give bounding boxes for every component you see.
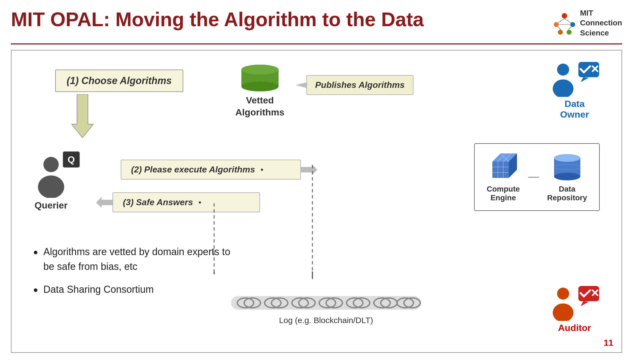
- svg-point-24: [38, 175, 64, 198]
- data-repo-item: DataRepository: [547, 152, 587, 202]
- svg-marker-26: [96, 197, 113, 208]
- svg-marker-21: [72, 94, 93, 138]
- vetted-label: VettedAlgorithms: [235, 94, 284, 118]
- auditor-badge-icon: [578, 285, 600, 307]
- auditor-area: Auditor: [549, 285, 600, 333]
- data-repo-icon: [552, 152, 582, 182]
- svg-point-41: [554, 173, 580, 180]
- svg-point-16: [553, 79, 573, 97]
- execute-right-arrow-icon: [301, 164, 317, 175]
- compute-engine-item: ComputeEngine: [487, 152, 520, 202]
- svg-line-6: [564, 19, 571, 23]
- page-title: MIT OPAL: Moving the Algorithm to the Da…: [11, 8, 424, 31]
- header-divider: [11, 43, 622, 44]
- svg-point-12: [241, 82, 279, 91]
- compute-data-box: ComputeEngine DataRepository: [474, 143, 600, 211]
- svg-point-0: [562, 13, 567, 19]
- bullet-dot-2: •: [33, 282, 38, 298]
- svg-marker-25: [301, 164, 317, 175]
- safe-left-arrow-icon: [96, 197, 113, 208]
- blockchain-area: Log (e.g. Blockchain/DLT): [230, 293, 422, 325]
- choose-algorithms-box: (1) Choose Algorithms: [55, 70, 183, 92]
- bullet-text-1: Algorithms are vetted by domain experts …: [43, 244, 235, 274]
- data-owner-label: DataOwner: [560, 99, 589, 120]
- slide-content: (1) Choose Algorithms VettedAlgorithms P…: [11, 50, 622, 353]
- choose-label: (1) Choose Algorithms: [55, 70, 183, 92]
- data-owner-person-icon: [549, 61, 577, 97]
- svg-marker-47: [312, 271, 313, 280]
- slide-number: 11: [604, 338, 613, 348]
- svg-line-7: [558, 26, 561, 30]
- data-owner-area: DataOwner: [549, 61, 600, 120]
- bullet-dot-1: •: [33, 244, 38, 260]
- publishes-label: Publishes Algorithms: [306, 75, 413, 95]
- svg-marker-14: [295, 82, 306, 88]
- data-repo-label: DataRepository: [547, 185, 587, 202]
- auditor-label: Auditor: [558, 323, 591, 333]
- svg-point-23: [43, 157, 59, 172]
- svg-point-63: [557, 288, 569, 300]
- compute-data-row: ComputeEngine DataRepository: [487, 152, 587, 202]
- auditor-person-icon: [549, 285, 577, 321]
- svg-point-42: [554, 154, 580, 162]
- execute-label: (2) Please execute Algorithms: [131, 165, 255, 175]
- svg-point-3: [558, 30, 563, 35]
- compute-label: ComputeEngine: [487, 185, 520, 202]
- querier-label: Querier: [35, 200, 68, 211]
- safe-label: (3) Safe Answers: [123, 197, 193, 207]
- svg-line-5: [558, 19, 564, 23]
- down-arrow-icon: [72, 94, 93, 138]
- bullet-item-1: • Algorithms are vetted by domain expert…: [33, 244, 235, 274]
- svg-point-64: [553, 303, 573, 321]
- svg-point-13: [241, 65, 279, 74]
- publishes-arrow-left-icon: [295, 80, 306, 91]
- vetted-cylinder-icon: [241, 64, 279, 91]
- svg-marker-66: [581, 301, 589, 306]
- vetted-algorithms-area: VettedAlgorithms: [235, 64, 284, 118]
- svg-point-15: [557, 64, 569, 76]
- bullets-section: • Algorithms are vetted by domain expert…: [33, 244, 235, 306]
- bullet-item-2: • Data Sharing Consortium: [33, 282, 235, 298]
- svg-line-8: [568, 26, 571, 30]
- safe-arrow-area: (3) Safe Answers •: [96, 192, 260, 212]
- logo-text: MIT Connection Science: [580, 8, 622, 38]
- svg-point-4: [567, 30, 572, 35]
- svg-rect-27: [492, 162, 509, 178]
- dashed-line-right: [312, 165, 313, 280]
- blockchain-icon: [230, 293, 422, 312]
- bullet-text-2: Data Sharing Consortium: [43, 282, 154, 297]
- down-arrow-choose: [72, 94, 93, 138]
- data-owner-badge-icon: [578, 61, 600, 83]
- compute-data-connector: [528, 177, 539, 178]
- execute-arrow-area: (2) Please execute Algorithms •: [121, 160, 317, 180]
- svg-marker-18: [581, 77, 589, 82]
- publishes-algorithms-area: Publishes Algorithms: [295, 75, 413, 95]
- header: MIT OPAL: Moving the Algorithm to the Da…: [0, 0, 633, 41]
- mit-logo-icon: [552, 11, 577, 35]
- logo-area: MIT Connection Science: [552, 8, 622, 38]
- compute-engine-icon: [488, 152, 518, 182]
- blockchain-label: Log (e.g. Blockchain/DLT): [279, 316, 373, 325]
- querier-area: Q Querier: [33, 154, 69, 211]
